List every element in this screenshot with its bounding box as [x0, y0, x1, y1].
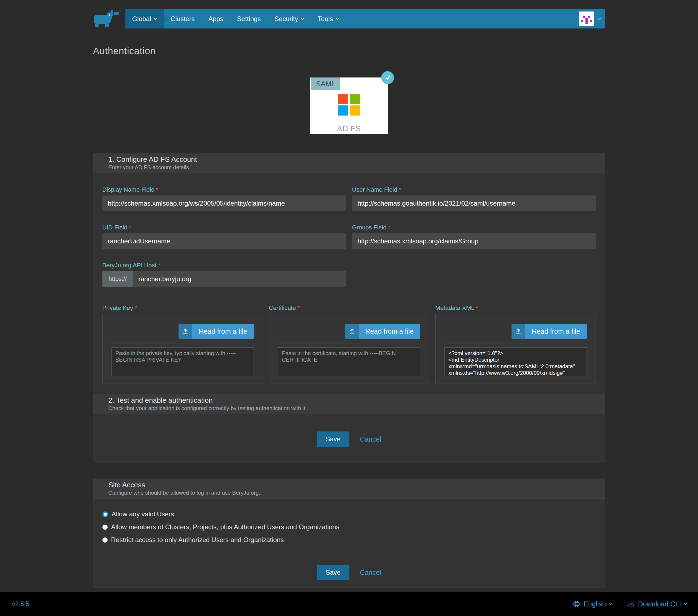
nav-item-apps[interactable]: Apps [201, 9, 230, 28]
radio-unselected-icon [102, 537, 108, 543]
ms-square-blue [338, 106, 348, 115]
metadata-read-file-button[interactable]: Read from a file [512, 324, 587, 339]
auth-provider-card-adfs[interactable]: SAML AD FS [310, 78, 388, 134]
radio-restrict-authorized-only[interactable]: Restrict access to only Authorized Users… [102, 536, 596, 544]
api-host-input[interactable] [133, 271, 346, 287]
page-title: Authentication [93, 45, 605, 56]
main-nav: Global Clusters Apps Settings Security T… [125, 9, 605, 28]
chevron-down-icon [597, 16, 601, 20]
nav-item-label: Tools [318, 15, 333, 23]
field-label: Metadata XML* [435, 304, 596, 312]
section-title: 2. Test and enable authentication [109, 396, 590, 405]
selected-check-icon [381, 71, 394, 84]
required-marker: * [158, 262, 160, 269]
required-marker: * [129, 224, 131, 231]
divider [111, 344, 254, 344]
section-subtitle: Check that your application is configure… [109, 405, 590, 411]
section-subtitle: Enter your AD FS account details [109, 164, 590, 171]
configure-panel: 1. Configure AD FS Account Enter your AD… [93, 153, 605, 463]
section-subtitle: Configure who should be allowed to log i… [109, 490, 590, 496]
download-cli-label: Download CLI [638, 600, 681, 608]
section-title: Site Access [109, 480, 590, 489]
nav-item-global[interactable]: Global [125, 9, 164, 28]
divider [444, 344, 587, 344]
field-label: Display Name Field* [102, 186, 346, 194]
read-file-button-label: Read from a file [192, 324, 254, 339]
field-label: Groups Field* [352, 223, 596, 232]
nav-item-label: Security [274, 15, 298, 23]
site-access-cancel-link[interactable]: Cancel [360, 569, 381, 577]
required-marker: * [399, 186, 401, 193]
download-cli-menu[interactable]: Download CLI [627, 600, 687, 608]
radio-label: Allow members of Clusters, Projects, plu… [111, 523, 339, 531]
identicon-avatar-icon [581, 13, 592, 24]
user-name-field-input[interactable] [352, 195, 596, 211]
radio-label: Allow any valid Users [112, 510, 174, 518]
ms-square-yellow [350, 106, 360, 115]
section-title: 1. Configure AD FS Account [109, 155, 590, 164]
svg-text:®: ® [120, 10, 121, 13]
divider [93, 65, 605, 65]
upload-icon [345, 324, 359, 339]
private-key-textarea[interactable] [111, 347, 254, 376]
nav-item-label: Settings [237, 15, 261, 23]
nav-item-label: Apps [208, 15, 223, 23]
metadata-xml-box: Read from a file <?xml version="1.0"?> <… [435, 314, 596, 384]
nav-item-security[interactable]: Security [267, 9, 311, 28]
top-navbar: ® Global Clusters Apps Settings Security [93, 9, 605, 28]
metadata-xml-textarea[interactable]: <?xml version="1.0"?> <md:EntityDescript… [444, 347, 587, 376]
chevron-down-icon [154, 16, 157, 20]
groups-field-input[interactable] [352, 233, 596, 249]
site-access-save-button[interactable]: Save [317, 565, 349, 580]
certificate-textarea[interactable] [278, 347, 420, 376]
authentication-page: ® Global Clusters Apps Settings Security [0, 0, 698, 616]
save-button[interactable]: Save [317, 432, 349, 447]
radio-unselected-icon [102, 524, 108, 530]
rancher-logo[interactable]: ® [93, 9, 125, 28]
certificate-read-file-button[interactable]: Read from a file [345, 324, 420, 339]
field-label: Certificate* [269, 304, 429, 312]
divider [278, 344, 420, 344]
cancel-link[interactable]: Cancel [360, 435, 381, 443]
radio-allow-any-valid-users[interactable]: Allow any valid Users [102, 510, 596, 518]
user-menu[interactable] [575, 9, 605, 28]
rancher-logo-icon: ® [93, 10, 122, 28]
required-marker: * [156, 186, 158, 193]
display-name-field-input[interactable] [102, 195, 346, 211]
section-header-site-access: Site Access Configure who should be allo… [93, 479, 605, 499]
nav-item-clusters[interactable]: Clusters [164, 9, 201, 28]
language-label: English [584, 600, 606, 608]
nav-item-settings[interactable]: Settings [230, 9, 268, 28]
provider-name: AD FS [310, 124, 388, 133]
download-icon [627, 600, 635, 608]
section-header-test: 2. Test and enable authentication Check … [93, 394, 605, 414]
radio-allow-members-clusters-projects[interactable]: Allow members of Clusters, Projects, plu… [102, 523, 596, 531]
main-content: Authentication SAML AD FS 1. Configur [93, 45, 605, 588]
radio-label: Restrict access to only Authorized Users… [111, 536, 284, 544]
site-access-panel: Site Access Configure who should be allo… [93, 479, 605, 588]
upload-icon [512, 324, 525, 339]
field-label: BeryJu.org API Host* [102, 261, 346, 269]
footer: v2.5.5 English Download C [0, 592, 698, 616]
upload-icon [179, 324, 192, 339]
nav-item-tools[interactable]: Tools [311, 9, 346, 28]
required-marker: * [476, 305, 478, 311]
private-key-box: Read from a file [102, 314, 263, 384]
chevron-down-icon [301, 16, 305, 20]
field-label: UID Field* [102, 223, 346, 232]
read-file-button-label: Read from a file [359, 324, 420, 339]
field-label: User Name Field* [352, 186, 596, 194]
field-label: Private Key* [102, 304, 263, 312]
radio-selected-icon [102, 512, 108, 517]
nav-item-label: Global [132, 15, 151, 23]
private-key-read-file-button[interactable]: Read from a file [179, 324, 254, 339]
certificate-box: Read from a file [269, 314, 429, 384]
ms-square-green [350, 94, 360, 104]
required-marker: * [135, 305, 137, 311]
section-header-configure: 1. Configure AD FS Account Enter your AD… [93, 153, 605, 173]
chevron-down-icon [684, 601, 688, 605]
required-marker: * [388, 224, 390, 231]
language-selector[interactable]: English [573, 600, 612, 608]
uid-field-input[interactable] [102, 233, 346, 249]
saml-badge: SAML [311, 78, 340, 90]
